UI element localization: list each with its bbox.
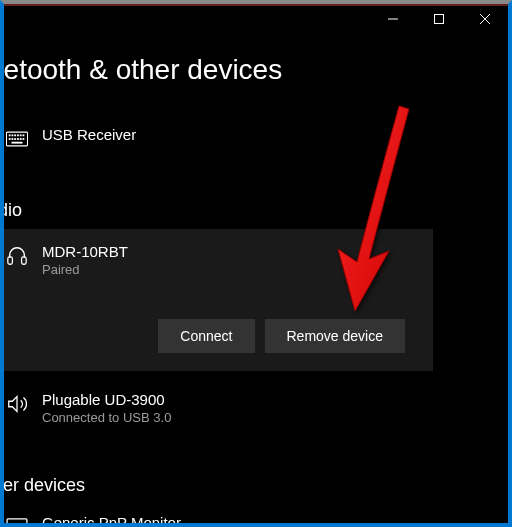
device-status: Paired (42, 262, 128, 277)
monitor-icon (6, 516, 28, 527)
svg-rect-8 (17, 134, 19, 136)
device-name: Plugable UD-3900 (42, 391, 171, 408)
close-icon (480, 13, 490, 27)
svg-rect-7 (14, 134, 16, 136)
device-row-usb-receiver[interactable]: USB Receiver (4, 116, 508, 160)
maximize-button[interactable] (416, 5, 462, 35)
svg-rect-14 (17, 138, 19, 140)
device-name: USB Receiver (42, 126, 136, 143)
svg-rect-19 (22, 257, 27, 264)
close-button[interactable] (462, 5, 508, 35)
svg-rect-17 (12, 142, 23, 144)
svg-rect-18 (8, 257, 13, 264)
device-actions: Connect Remove device (158, 319, 415, 353)
svg-rect-12 (12, 138, 14, 140)
audio-icon (6, 393, 28, 415)
section-header-audio: udio (0, 200, 508, 221)
titlebar (4, 4, 508, 34)
remove-device-button[interactable]: Remove device (265, 319, 406, 353)
device-status: Connected to USB 3.0 (42, 410, 171, 425)
window-controls (370, 5, 508, 35)
maximize-icon (434, 13, 444, 27)
settings-content: uetooth & other devices USB Receiver udi… (4, 34, 508, 527)
device-row-monitor[interactable]: Generic PnP Monitor (4, 504, 508, 527)
headphones-icon (6, 245, 28, 267)
page-title: uetooth & other devices (0, 34, 508, 116)
svg-rect-10 (23, 134, 25, 136)
svg-rect-5 (9, 134, 11, 136)
minimize-icon (388, 13, 398, 27)
device-row-plugable[interactable]: Plugable UD-3900 Connected to USB 3.0 (4, 381, 508, 435)
svg-rect-13 (14, 138, 16, 140)
minimize-button[interactable] (370, 5, 416, 35)
svg-rect-1 (435, 15, 444, 24)
device-name: Generic PnP Monitor (42, 514, 181, 527)
section-header-other: ther devices (0, 475, 508, 496)
keyboard-icon (6, 128, 28, 150)
svg-rect-11 (9, 138, 11, 140)
device-row-mdr10rbt[interactable]: MDR-10RBT Paired Connect Remove device (4, 229, 433, 371)
svg-rect-16 (23, 138, 25, 140)
svg-rect-6 (12, 134, 14, 136)
svg-rect-15 (20, 138, 22, 140)
connect-button[interactable]: Connect (158, 319, 254, 353)
svg-rect-20 (7, 519, 27, 527)
device-name: MDR-10RBT (42, 243, 128, 260)
selected-device-panel: MDR-10RBT Paired Connect Remove device (4, 229, 433, 371)
svg-rect-9 (20, 134, 22, 136)
